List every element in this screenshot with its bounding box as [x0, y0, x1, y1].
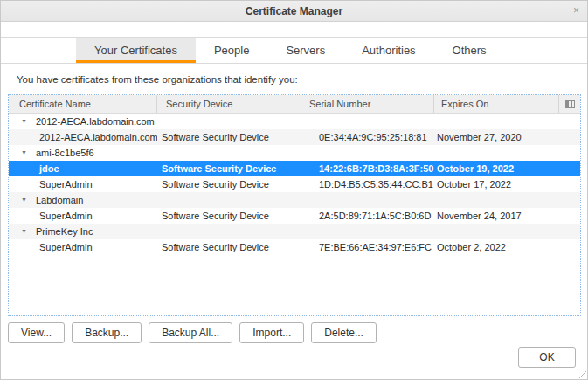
organization-name: 2012-AECA.labdomain.com	[36, 114, 155, 129]
certificate-row[interactable]: SuperAdminSoftware Security Device1D:D4:…	[9, 176, 580, 192]
tab-servers[interactable]: Servers	[267, 38, 343, 63]
column-header-certificate-name[interactable]: Certificate Name	[9, 95, 157, 113]
delete-button[interactable]: Delete...	[311, 322, 377, 343]
expires-on-cell: October 2, 2022	[434, 239, 559, 255]
tab-people[interactable]: People	[196, 38, 267, 63]
group-row[interactable]: ▼ami-8c1be5f6	[9, 145, 580, 161]
expires-on-cell: November 27, 2020	[434, 129, 559, 145]
dialog-title: Certificate Manager	[246, 5, 342, 17]
expires-on-cell: October 19, 2022	[434, 161, 559, 176]
serial-number-cell: 14:22:6B:7B:D3:8A:3F:50	[301, 161, 434, 176]
expires-on-cell: October 17, 2022	[434, 176, 559, 192]
import-button[interactable]: Import...	[239, 322, 304, 343]
security-device-cell: Software Security Device	[157, 208, 301, 224]
certificate-name-cell: SuperAdmin	[9, 208, 157, 224]
serial-number-cell: 7E:BE:66:AE:34:97:E6:FC	[301, 239, 434, 255]
tab-authorities[interactable]: Authorities	[343, 38, 433, 63]
security-device-cell: Software Security Device	[157, 161, 301, 176]
group-row[interactable]: ▼2012-AECA.labdomain.com	[9, 114, 580, 129]
resize-grip-icon[interactable]	[576, 368, 586, 378]
disclosure-triangle-icon[interactable]: ▼	[21, 145, 30, 161]
certificate-tree[interactable]: Certificate NameSecurity DeviceSerial Nu…	[8, 94, 581, 316]
security-device-cell: Software Security Device	[157, 239, 301, 255]
security-device-cell: Software Security Device	[157, 129, 301, 145]
certificate-row[interactable]: SuperAdminSoftware Security Device7E:BE:…	[9, 239, 580, 255]
certificate-name-cell: SuperAdmin	[9, 176, 157, 192]
intro-text: You have certificates from these organiz…	[17, 74, 298, 85]
organization-name: PrimeKey Inc	[36, 224, 93, 239]
security-device-cell: Software Security Device	[157, 176, 301, 192]
disclosure-triangle-icon[interactable]: ▼	[21, 192, 30, 208]
disclosure-triangle-icon[interactable]: ▼	[21, 224, 30, 239]
action-button-row: View...Backup...Backup All...Import...De…	[8, 322, 377, 343]
expires-on-cell: November 24, 2017	[434, 208, 559, 224]
table-body: ▼2012-AECA.labdomain.com2012-AECA.labdom…	[9, 114, 580, 255]
certificate-row[interactable]: SuperAdminSoftware Security Device2A:5D:…	[9, 208, 580, 224]
group-row[interactable]: ▼Labdomain	[9, 192, 580, 208]
certificate-row[interactable]: 2012-AECA.labdomain.comSoftware Security…	[9, 129, 580, 145]
organization-name: ami-8c1be5f6	[36, 145, 94, 161]
certificate-name-cell: jdoe	[9, 161, 157, 176]
tab-your-certificates[interactable]: Your Certificates	[76, 38, 196, 63]
serial-number-cell: 1D:D4:B5:C5:35:44:CC:B1	[301, 176, 434, 192]
column-picker-cell[interactable]	[559, 95, 580, 113]
certificate-manager-dialog: Certificate Manager × Your CertificatesP…	[0, 0, 588, 380]
tab-others[interactable]: Others	[434, 38, 505, 63]
disclosure-triangle-icon[interactable]: ▼	[21, 114, 30, 129]
column-header-security-device[interactable]: Security Device	[157, 95, 301, 113]
column-header-expires-on[interactable]: Expires On	[434, 95, 559, 113]
certificate-name-cell: SuperAdmin	[9, 239, 157, 255]
backup-all-button[interactable]: Backup All...	[149, 322, 232, 343]
view-button[interactable]: View...	[8, 322, 65, 343]
column-header-serial-number[interactable]: Serial Number	[301, 95, 434, 113]
organization-name: Labdomain	[36, 192, 83, 208]
group-row[interactable]: ▼PrimeKey Inc	[9, 224, 580, 239]
certificate-row[interactable]: jdoeSoftware Security Device14:22:6B:7B:…	[9, 161, 580, 176]
table-header: Certificate NameSecurity DeviceSerial Nu…	[9, 95, 580, 114]
backup-button[interactable]: Backup...	[72, 322, 142, 343]
titlebar: Certificate Manager ×	[1, 1, 587, 22]
close-icon[interactable]: ×	[573, 1, 579, 21]
column-picker-icon[interactable]	[565, 100, 575, 108]
tab-strip: Your CertificatesPeopleServersAuthoritie…	[1, 37, 587, 64]
certificate-name-cell: 2012-AECA.labdomain.com	[9, 129, 157, 145]
ok-button[interactable]: OK	[518, 347, 576, 368]
serial-number-cell: 2A:5D:89:71:1A:5C:B0:6D	[301, 208, 434, 224]
serial-number-cell: 0E:34:4A:9C:95:25:18:81	[301, 129, 434, 145]
